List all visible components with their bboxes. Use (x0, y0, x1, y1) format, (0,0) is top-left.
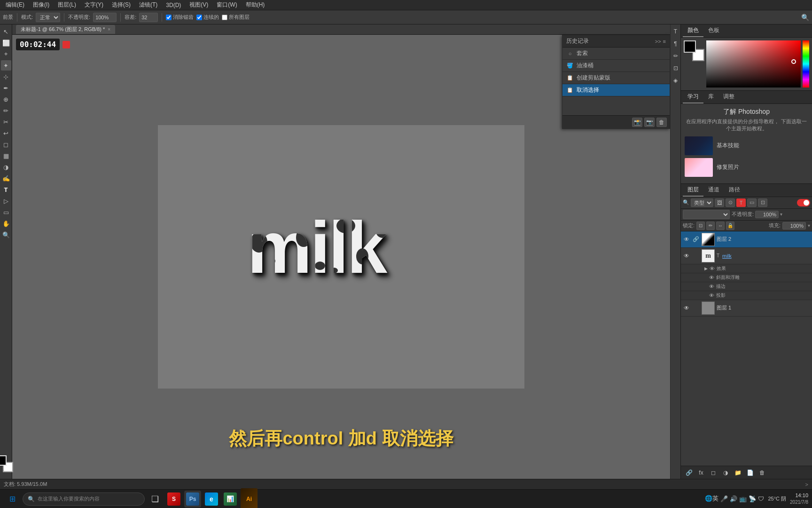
filter-type-select[interactable]: 类型 (691, 198, 713, 207)
layer2-visibility-icon[interactable]: 👁 (683, 236, 690, 243)
move-tool[interactable]: ↖ (1, 26, 11, 37)
tab-layers[interactable]: 图层 (683, 184, 703, 197)
lock-artboard-icon[interactable]: ↔ (716, 222, 725, 230)
right-icon-5[interactable]: ◈ (671, 75, 681, 86)
system-clock[interactable]: 14:10 2021/7/8 (790, 492, 808, 506)
layer-item-layer2[interactable]: 👁 🔗 图层 2 (681, 231, 812, 248)
clone-tool[interactable]: ✂ (1, 117, 11, 127)
layer-item-layer1[interactable]: 👁 图层 1 (681, 300, 812, 317)
hand-tool[interactable]: ✋ (1, 218, 11, 229)
all-layers-checkbox[interactable] (222, 15, 227, 20)
dodge-tool[interactable]: ◑ (1, 162, 11, 172)
eyedropper-tool[interactable]: ✒ (1, 83, 11, 93)
fg-color-swatch[interactable] (684, 40, 696, 53)
stroke-effect-item[interactable]: 👁 描边 (681, 282, 812, 291)
menu-item-view[interactable]: 视图(V) (186, 0, 212, 10)
eraser-tool[interactable]: ◻ (1, 139, 11, 150)
filter-smart-icon[interactable]: ⊡ (758, 198, 767, 207)
bevel-effect-item[interactable]: 👁 斜面和浮雕 (681, 273, 812, 282)
hue-strip[interactable] (803, 40, 809, 87)
tab-learn[interactable]: 学习 (683, 91, 703, 103)
history-item-0[interactable]: ○ 套索 (562, 48, 670, 60)
security-icon[interactable]: 🛡 (758, 495, 764, 502)
history-camera-button[interactable]: 📷 (644, 118, 655, 127)
blend-mode-select[interactable]: 正常 (683, 210, 730, 219)
type-tool[interactable]: T (1, 184, 11, 195)
dropshadow-effect-item[interactable]: 👁 投影 (681, 291, 812, 300)
right-icon-1[interactable]: T (671, 26, 681, 37)
add-mask-button[interactable]: ◻ (708, 468, 718, 477)
screen-icon[interactable]: 📺 (739, 495, 747, 502)
microphone-icon[interactable]: 🎤 (720, 495, 728, 502)
tab-library[interactable]: 库 (703, 91, 718, 103)
history-menu-button[interactable]: ≡ (663, 39, 666, 44)
menu-item-image[interactable]: 图像(I) (29, 0, 53, 10)
right-icon-2[interactable]: ¶ (671, 39, 681, 49)
filter-toggle[interactable] (797, 199, 810, 206)
menu-item-select[interactable]: 选择(S) (108, 0, 134, 10)
add-adjustment-button[interactable]: ◑ (720, 468, 731, 477)
crop-tool[interactable]: ⊹ (1, 71, 11, 82)
task-view-button[interactable]: ❏ (147, 491, 164, 508)
healing-tool[interactable]: ⊕ (1, 94, 11, 104)
search-icon[interactable]: 🔍 (801, 14, 809, 21)
zoom-tool[interactable]: 🔍 (1, 230, 11, 240)
photoshop-taskbar-icon[interactable]: Ps (184, 491, 201, 508)
menu-item-type[interactable]: 文字(Y) (81, 0, 107, 10)
magic-wand-tool[interactable]: ✦ (1, 60, 11, 71)
history-item-2[interactable]: 📋 创建剪贴蒙版 (562, 72, 670, 84)
lock-pixels-icon[interactable]: ⊡ (696, 222, 705, 230)
bevel-eye-icon[interactable]: 👁 (709, 275, 714, 280)
menu-item-help[interactable]: 帮助(H) (242, 0, 269, 10)
effects-eye-icon[interactable]: 👁 (710, 266, 715, 271)
add-style-button[interactable]: fx (696, 468, 706, 477)
stroke-eye-icon[interactable]: 👁 (709, 284, 714, 289)
history-item-1[interactable]: 🪣 油漆桶 (562, 60, 670, 72)
brush-tool[interactable]: ✏ (1, 105, 11, 116)
link-layers-button[interactable]: 🔗 (684, 468, 694, 477)
input-method-icon[interactable]: 🌐英 (705, 494, 718, 503)
opacity-arrow[interactable]: ▾ (780, 212, 782, 217)
taskbar-search-bar[interactable]: 🔍 在这里输入你要搜索的内容 (23, 492, 145, 506)
history-new-snapshot-button[interactable]: 📸 (632, 118, 642, 127)
right-icon-4[interactable]: ⊡ (671, 63, 681, 73)
tab-color[interactable]: 颜色 (683, 24, 703, 37)
sougou-taskbar-icon[interactable]: S (165, 491, 182, 508)
fill-value[interactable]: 100% (782, 222, 806, 230)
path-select-tool[interactable]: ▷ (1, 196, 11, 206)
milk-layer-visibility-icon[interactable]: 👁 (683, 252, 690, 260)
mode-select[interactable]: 正常 (36, 13, 60, 22)
gradient-tool[interactable]: ▦ (1, 151, 11, 161)
right-icon-3[interactable]: ✏ (671, 51, 681, 61)
history-brush-tool[interactable]: ↩ (1, 128, 11, 138)
illustrator-taskbar-icon[interactable]: Ai (241, 491, 258, 508)
add-group-button[interactable]: 📁 (733, 468, 743, 477)
add-layer-button[interactable]: 📄 (745, 468, 755, 477)
status-arrow[interactable]: > (805, 482, 808, 487)
tab-adjustments[interactable]: 调整 (718, 91, 739, 103)
layer2-link-icon[interactable]: 🔗 (692, 236, 700, 243)
audio-icon[interactable]: 🔊 (730, 495, 737, 502)
effects-group[interactable]: ▶ 👁 效果 (681, 264, 812, 273)
tab-paths[interactable]: 路径 (724, 184, 745, 197)
menu-item-3d[interactable]: 3D(D) (162, 1, 185, 9)
history-item-3[interactable]: 📋 取消选择 (562, 84, 670, 96)
color-gradient-box[interactable] (706, 40, 801, 87)
shape-tool[interactable]: ▭ (1, 207, 11, 217)
close-document-button[interactable]: × (108, 27, 110, 32)
learn-card-basic[interactable]: 基本技能 (685, 136, 808, 155)
layer-item-milk[interactable]: 👁 m T milk (681, 248, 812, 264)
delete-layer-button[interactable]: 🗑 (757, 468, 767, 477)
pen-tool[interactable]: ✍ (1, 173, 11, 183)
history-expand-button[interactable]: >> (655, 39, 661, 44)
record-button[interactable] (62, 41, 70, 48)
layer1-visibility-icon[interactable]: 👁 (683, 304, 690, 312)
opacity-input[interactable] (93, 13, 117, 22)
menu-item-window[interactable]: 窗口(W) (213, 0, 241, 10)
menu-item-layer[interactable]: 图层(L) (54, 0, 80, 10)
filter-adjustment-icon[interactable]: ⊙ (726, 198, 735, 207)
tab-swatches[interactable]: 色板 (703, 24, 724, 37)
lock-all-icon[interactable]: 🔒 (726, 222, 734, 230)
contiguous-checkbox[interactable] (196, 15, 202, 20)
chart-taskbar-icon[interactable]: 📊 (222, 491, 239, 508)
